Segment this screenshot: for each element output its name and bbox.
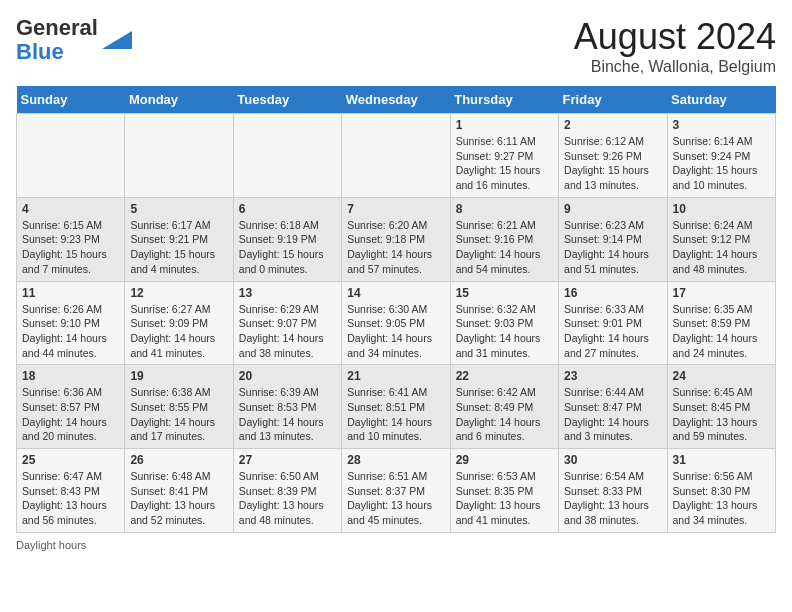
- calendar-cell: 28Sunrise: 6:51 AM Sunset: 8:37 PM Dayli…: [342, 449, 450, 533]
- day-info: Sunrise: 6:56 AM Sunset: 8:30 PM Dayligh…: [673, 469, 770, 528]
- day-info: Sunrise: 6:33 AM Sunset: 9:01 PM Dayligh…: [564, 302, 661, 361]
- day-info: Sunrise: 6:21 AM Sunset: 9:16 PM Dayligh…: [456, 218, 553, 277]
- day-number: 23: [564, 369, 661, 383]
- calendar-week-row: 1Sunrise: 6:11 AM Sunset: 9:27 PM Daylig…: [17, 114, 776, 198]
- day-info: Sunrise: 6:26 AM Sunset: 9:10 PM Dayligh…: [22, 302, 119, 361]
- day-info: Sunrise: 6:15 AM Sunset: 9:23 PM Dayligh…: [22, 218, 119, 277]
- day-info: Sunrise: 6:36 AM Sunset: 8:57 PM Dayligh…: [22, 385, 119, 444]
- day-number: 25: [22, 453, 119, 467]
- day-info: Sunrise: 6:24 AM Sunset: 9:12 PM Dayligh…: [673, 218, 770, 277]
- calendar-week-row: 18Sunrise: 6:36 AM Sunset: 8:57 PM Dayli…: [17, 365, 776, 449]
- calendar-day-header: Saturday: [667, 86, 775, 114]
- day-info: Sunrise: 6:45 AM Sunset: 8:45 PM Dayligh…: [673, 385, 770, 444]
- calendar-cell: 31Sunrise: 6:56 AM Sunset: 8:30 PM Dayli…: [667, 449, 775, 533]
- calendar-day-header: Sunday: [17, 86, 125, 114]
- calendar-cell: 2Sunrise: 6:12 AM Sunset: 9:26 PM Daylig…: [559, 114, 667, 198]
- day-number: 28: [347, 453, 444, 467]
- day-info: Sunrise: 6:18 AM Sunset: 9:19 PM Dayligh…: [239, 218, 336, 277]
- day-number: 5: [130, 202, 227, 216]
- calendar-cell: 3Sunrise: 6:14 AM Sunset: 9:24 PM Daylig…: [667, 114, 775, 198]
- calendar-day-header: Monday: [125, 86, 233, 114]
- day-number: 16: [564, 286, 661, 300]
- calendar-week-row: 4Sunrise: 6:15 AM Sunset: 9:23 PM Daylig…: [17, 197, 776, 281]
- calendar-cell: 18Sunrise: 6:36 AM Sunset: 8:57 PM Dayli…: [17, 365, 125, 449]
- day-info: Sunrise: 6:53 AM Sunset: 8:35 PM Dayligh…: [456, 469, 553, 528]
- day-number: 3: [673, 118, 770, 132]
- day-info: Sunrise: 6:27 AM Sunset: 9:09 PM Dayligh…: [130, 302, 227, 361]
- month-title: August 2024: [574, 16, 776, 58]
- day-number: 11: [22, 286, 119, 300]
- day-info: Sunrise: 6:47 AM Sunset: 8:43 PM Dayligh…: [22, 469, 119, 528]
- calendar-cell: 22Sunrise: 6:42 AM Sunset: 8:49 PM Dayli…: [450, 365, 558, 449]
- day-info: Sunrise: 6:23 AM Sunset: 9:14 PM Dayligh…: [564, 218, 661, 277]
- day-info: Sunrise: 6:17 AM Sunset: 9:21 PM Dayligh…: [130, 218, 227, 277]
- day-number: 9: [564, 202, 661, 216]
- daylight-label: Daylight hours: [16, 539, 86, 551]
- day-info: Sunrise: 6:38 AM Sunset: 8:55 PM Dayligh…: [130, 385, 227, 444]
- day-info: Sunrise: 6:39 AM Sunset: 8:53 PM Dayligh…: [239, 385, 336, 444]
- day-info: Sunrise: 6:35 AM Sunset: 8:59 PM Dayligh…: [673, 302, 770, 361]
- calendar-cell: [342, 114, 450, 198]
- day-info: Sunrise: 6:30 AM Sunset: 9:05 PM Dayligh…: [347, 302, 444, 361]
- calendar-cell: 10Sunrise: 6:24 AM Sunset: 9:12 PM Dayli…: [667, 197, 775, 281]
- calendar-cell: 26Sunrise: 6:48 AM Sunset: 8:41 PM Dayli…: [125, 449, 233, 533]
- calendar-day-header: Thursday: [450, 86, 558, 114]
- calendar-cell: 21Sunrise: 6:41 AM Sunset: 8:51 PM Dayli…: [342, 365, 450, 449]
- day-info: Sunrise: 6:54 AM Sunset: 8:33 PM Dayligh…: [564, 469, 661, 528]
- calendar-cell: 27Sunrise: 6:50 AM Sunset: 8:39 PM Dayli…: [233, 449, 341, 533]
- day-info: Sunrise: 6:50 AM Sunset: 8:39 PM Dayligh…: [239, 469, 336, 528]
- calendar-cell: [125, 114, 233, 198]
- day-number: 15: [456, 286, 553, 300]
- day-number: 1: [456, 118, 553, 132]
- calendar-cell: 23Sunrise: 6:44 AM Sunset: 8:47 PM Dayli…: [559, 365, 667, 449]
- calendar-cell: 1Sunrise: 6:11 AM Sunset: 9:27 PM Daylig…: [450, 114, 558, 198]
- calendar-day-header: Wednesday: [342, 86, 450, 114]
- calendar-day-header: Tuesday: [233, 86, 341, 114]
- calendar-cell: 16Sunrise: 6:33 AM Sunset: 9:01 PM Dayli…: [559, 281, 667, 365]
- day-info: Sunrise: 6:42 AM Sunset: 8:49 PM Dayligh…: [456, 385, 553, 444]
- day-number: 2: [564, 118, 661, 132]
- day-info: Sunrise: 6:12 AM Sunset: 9:26 PM Dayligh…: [564, 134, 661, 193]
- calendar-cell: 5Sunrise: 6:17 AM Sunset: 9:21 PM Daylig…: [125, 197, 233, 281]
- day-info: Sunrise: 6:44 AM Sunset: 8:47 PM Dayligh…: [564, 385, 661, 444]
- day-number: 29: [456, 453, 553, 467]
- day-number: 26: [130, 453, 227, 467]
- calendar-cell: 19Sunrise: 6:38 AM Sunset: 8:55 PM Dayli…: [125, 365, 233, 449]
- day-info: Sunrise: 6:14 AM Sunset: 9:24 PM Dayligh…: [673, 134, 770, 193]
- day-info: Sunrise: 6:51 AM Sunset: 8:37 PM Dayligh…: [347, 469, 444, 528]
- calendar-cell: 24Sunrise: 6:45 AM Sunset: 8:45 PM Dayli…: [667, 365, 775, 449]
- calendar-cell: 11Sunrise: 6:26 AM Sunset: 9:10 PM Dayli…: [17, 281, 125, 365]
- day-number: 20: [239, 369, 336, 383]
- day-number: 30: [564, 453, 661, 467]
- calendar-cell: 29Sunrise: 6:53 AM Sunset: 8:35 PM Dayli…: [450, 449, 558, 533]
- calendar-cell: 6Sunrise: 6:18 AM Sunset: 9:19 PM Daylig…: [233, 197, 341, 281]
- day-number: 7: [347, 202, 444, 216]
- day-number: 13: [239, 286, 336, 300]
- calendar-cell: 7Sunrise: 6:20 AM Sunset: 9:18 PM Daylig…: [342, 197, 450, 281]
- day-number: 31: [673, 453, 770, 467]
- day-info: Sunrise: 6:41 AM Sunset: 8:51 PM Dayligh…: [347, 385, 444, 444]
- day-number: 17: [673, 286, 770, 300]
- calendar-cell: 14Sunrise: 6:30 AM Sunset: 9:05 PM Dayli…: [342, 281, 450, 365]
- calendar-table: SundayMondayTuesdayWednesdayThursdayFrid…: [16, 86, 776, 533]
- location-title: Binche, Wallonia, Belgium: [574, 58, 776, 76]
- day-number: 21: [347, 369, 444, 383]
- calendar-cell: 4Sunrise: 6:15 AM Sunset: 9:23 PM Daylig…: [17, 197, 125, 281]
- day-info: Sunrise: 6:48 AM Sunset: 8:41 PM Dayligh…: [130, 469, 227, 528]
- day-info: Sunrise: 6:32 AM Sunset: 9:03 PM Dayligh…: [456, 302, 553, 361]
- logo-blue: Blue: [16, 39, 64, 64]
- day-number: 22: [456, 369, 553, 383]
- day-number: 18: [22, 369, 119, 383]
- logo-icon: [102, 31, 132, 49]
- calendar-cell: 12Sunrise: 6:27 AM Sunset: 9:09 PM Dayli…: [125, 281, 233, 365]
- day-info: Sunrise: 6:20 AM Sunset: 9:18 PM Dayligh…: [347, 218, 444, 277]
- day-info: Sunrise: 6:29 AM Sunset: 9:07 PM Dayligh…: [239, 302, 336, 361]
- calendar-week-row: 11Sunrise: 6:26 AM Sunset: 9:10 PM Dayli…: [17, 281, 776, 365]
- calendar-header-row: SundayMondayTuesdayWednesdayThursdayFrid…: [17, 86, 776, 114]
- day-number: 4: [22, 202, 119, 216]
- day-number: 27: [239, 453, 336, 467]
- footer: Daylight hours: [16, 539, 776, 551]
- calendar-cell: 8Sunrise: 6:21 AM Sunset: 9:16 PM Daylig…: [450, 197, 558, 281]
- day-number: 8: [456, 202, 553, 216]
- day-number: 6: [239, 202, 336, 216]
